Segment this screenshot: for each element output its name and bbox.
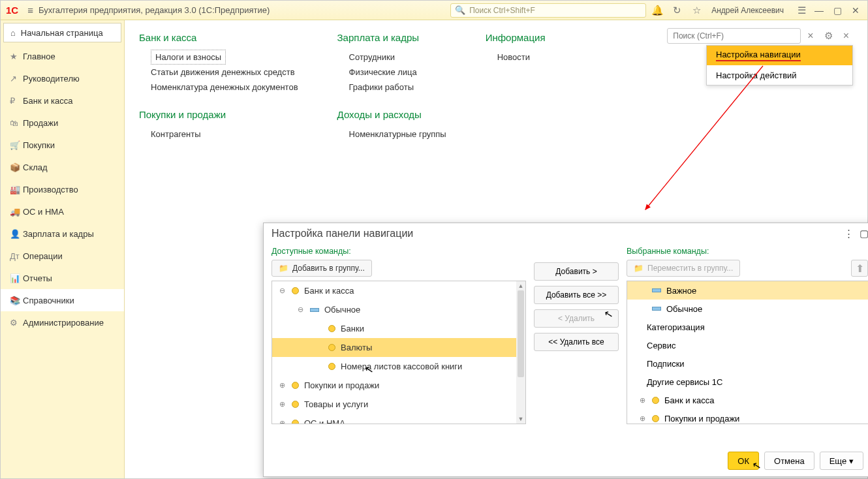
sidebar-item-0[interactable]: ★Главное <box>1 45 124 67</box>
sidebar-item-6[interactable]: 🏭Производство <box>1 178 124 200</box>
move-up-button[interactable]: ⬆ <box>851 260 868 277</box>
link-cashflow[interactable]: Статьи движения денежных средств <box>139 65 298 80</box>
link-contr[interactable]: Контрагенты <box>139 127 298 142</box>
tree-row[interactable]: ⊕ОС и НМА <box>272 414 525 424</box>
sidebar: ⌂ Начальная страница ★Главное↗Руководите… <box>1 20 125 478</box>
sidebar-item-5[interactable]: 📦Склад <box>1 156 124 178</box>
sidebar-item-10[interactable]: 📊Отчеты <box>1 267 124 289</box>
btn-add-all[interactable]: Добавить все >> <box>534 286 619 304</box>
tree-row[interactable]: Категоризация <box>627 318 868 336</box>
logo-1c: 1С <box>6 5 18 16</box>
tree-row[interactable]: Сервис <box>627 336 868 354</box>
hamburger-icon[interactable]: ≡ <box>27 5 33 16</box>
head-info: Информация <box>486 32 546 43</box>
home-icon: ⌂ <box>10 28 16 38</box>
sidebar-icon: 🛒 <box>10 140 23 150</box>
more-button[interactable]: Еще ▾ <box>820 452 863 470</box>
tree-row[interactable]: Важное <box>627 281 868 300</box>
tree-row[interactable]: ⊕Банк и касса <box>627 391 868 409</box>
close-button[interactable]: ✕ <box>846 5 865 16</box>
sidebar-icon: 🛍 <box>10 118 23 128</box>
sidebar-label: Банк и касса <box>23 96 73 106</box>
link-sched[interactable]: Графики работы <box>337 80 446 95</box>
sidebar-label: Производство <box>23 185 78 194</box>
move-group-button: 📁 Переместить в группу... <box>627 260 740 277</box>
sidebar-item-11[interactable]: 📚Справочники <box>1 289 124 311</box>
dialog-nav-setup: Настройка панели навигации ⋮ ▢ ✕ Доступн… <box>263 223 868 477</box>
tree-row[interactable]: ⊕Товары и услуги <box>272 395 525 414</box>
tree-row[interactable]: Валюты <box>272 338 525 357</box>
cancel-button[interactable]: Отмена <box>764 452 814 470</box>
head-income: Доходы и расходы <box>337 109 446 120</box>
sidebar-item-1[interactable]: ↗Руководителю <box>1 67 124 89</box>
tree-row[interactable]: Номера листов кассовой книги <box>272 357 525 376</box>
filter-icon[interactable]: ☰ <box>793 3 810 18</box>
dialog-max-icon[interactable]: ▢ <box>856 228 868 240</box>
sidebar-home-label: Начальная страница <box>21 28 103 38</box>
star-icon[interactable]: ☆ <box>688 3 705 18</box>
tree-row[interactable]: Другие сервисы 1С <box>627 373 868 391</box>
sidebar-icon: ★ <box>10 52 23 61</box>
search-placeholder: Поиск Ctrl+Shift+F <box>469 6 535 15</box>
btn-remove-all[interactable]: << Удалить все <box>534 333 619 351</box>
link-nomcash[interactable]: Номенклатура денежных документов <box>139 80 298 95</box>
tree-row[interactable]: ⊖Банк и касса <box>272 281 525 300</box>
sidebar-label: Главное <box>23 52 55 61</box>
sidebar-home[interactable]: ⌂ Начальная страница <box>3 23 121 42</box>
sidebar-label: Продажи <box>23 118 58 128</box>
tree-row[interactable]: Обычное <box>627 300 868 318</box>
sidebar-item-12[interactable]: ⚙Администрирование <box>1 311 124 333</box>
tree-row[interactable]: Банки <box>272 319 525 338</box>
head-bank: Банк и касса <box>139 32 298 43</box>
link-empl[interactable]: Сотрудники <box>337 50 446 65</box>
head-purchases: Покупки и продажи <box>139 109 298 120</box>
sidebar-item-2[interactable]: ₽Банк и касса <box>1 89 124 112</box>
link-taxes[interactable]: Налоги и взносы <box>151 50 226 65</box>
history-icon[interactable]: ↻ <box>668 3 685 18</box>
sidebar-icon: 🚚 <box>10 207 23 217</box>
tree-row[interactable]: ⊖Обычное <box>272 300 525 319</box>
minimize-button[interactable]: — <box>810 5 828 16</box>
sidebar-label: Зарплата и кадры <box>23 229 94 239</box>
left-scrollbar[interactable]: ▲ ▼ <box>516 281 525 424</box>
bell-icon[interactable]: 🔔 <box>649 3 666 18</box>
ok-button[interactable]: ОК <box>728 452 759 470</box>
sidebar-label: Администрирование <box>23 318 104 328</box>
sidebar-icon: 📊 <box>10 273 23 283</box>
tree-row[interactable]: ⊕Покупки и продажи <box>627 409 868 424</box>
sidebar-icon: 🏭 <box>10 185 23 194</box>
sidebar-label: Отчеты <box>23 273 52 283</box>
head-salary: Зарплата и кадры <box>337 32 446 43</box>
sidebar-item-3[interactable]: 🛍Продажи <box>1 112 124 134</box>
right-tree[interactable]: ВажноеОбычноеКатегоризацияСервисПодписки… <box>627 281 868 424</box>
btn-add[interactable]: Добавить > <box>534 262 619 281</box>
sidebar-icon: Дт <box>10 251 23 261</box>
left-tree[interactable]: ⊖Банк и касса⊖ОбычноеБанкиВалютыНомера л… <box>271 281 526 424</box>
sidebar-item-9[interactable]: ДтОперации <box>1 245 124 267</box>
sidebar-label: Склад <box>23 162 48 172</box>
sidebar-item-7[interactable]: 🚚ОС и НМА <box>1 200 124 223</box>
left-label: Доступные команды: <box>271 247 526 256</box>
sidebar-icon: 📚 <box>10 296 23 305</box>
sidebar-label: ОС и НМА <box>23 207 64 217</box>
window-title: Бухгалтерия предприятия, редакция 3.0 (1… <box>39 5 270 15</box>
sidebar-label: Справочники <box>23 296 74 305</box>
dialog-menu-icon[interactable]: ⋮ <box>841 228 856 240</box>
btn-remove[interactable]: < Удалить <box>534 309 619 328</box>
sidebar-item-4[interactable]: 🛒Покупки <box>1 134 124 156</box>
link-phys[interactable]: Физические лица <box>337 65 446 80</box>
sidebar-label: Операции <box>23 251 63 261</box>
sidebar-item-8[interactable]: 👤Зарплата и кадры <box>1 223 124 245</box>
link-nomgrp[interactable]: Номенклатурные группы <box>337 127 446 142</box>
maximize-button[interactable]: ▢ <box>828 5 846 16</box>
global-search[interactable]: 🔍 Поиск Ctrl+Shift+F <box>450 3 646 18</box>
search-icon: 🔍 <box>455 5 465 15</box>
link-news[interactable]: Новости <box>486 50 546 65</box>
sidebar-label: Покупки <box>23 140 55 150</box>
sidebar-icon: ↗ <box>10 74 23 84</box>
tree-row[interactable]: Подписки <box>627 354 868 373</box>
add-group-button[interactable]: 📁 Добавить в группу... <box>271 260 372 277</box>
tree-row[interactable]: ⊕Покупки и продажи <box>272 376 525 395</box>
sidebar-icon: ₽ <box>10 96 23 106</box>
user-label[interactable]: Андрей Алексеевич <box>707 6 788 15</box>
